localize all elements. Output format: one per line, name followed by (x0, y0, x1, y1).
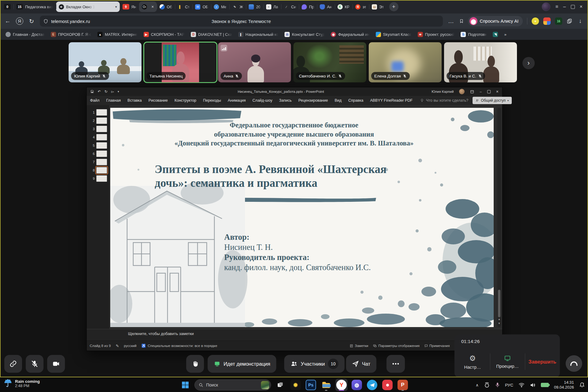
new-tab-button[interactable]: + (389, 2, 398, 11)
collections-icon[interactable] (567, 18, 572, 24)
chevron-down-icon[interactable]: ▾ (115, 5, 117, 9)
bookmark-item[interactable]: ≋Проект: русский (415, 30, 457, 39)
ribbon-tab[interactable]: Переходы (200, 98, 224, 103)
window-minimize-button[interactable]: – (480, 90, 481, 93)
window-restore-button[interactable] (571, 5, 575, 9)
qat-customize-icon[interactable]: ▾ (118, 90, 119, 93)
battery-icon[interactable] (541, 383, 549, 387)
alice-ai-button[interactable]: Спросить Алису AI (468, 16, 523, 26)
bookmark-item[interactable]: DDIAKOV.NET | Ска (188, 30, 235, 39)
ribbon-tab[interactable]: Главная (103, 98, 124, 103)
app-file-explorer[interactable] (320, 379, 332, 391)
app-telegram[interactable] (366, 379, 378, 391)
more-icon[interactable]: … (447, 18, 455, 24)
participant-tile-speaking[interactable]: Татьяна Нисинец (144, 42, 217, 82)
ribbon-tab[interactable]: Справка (345, 98, 367, 103)
taskbar-search[interactable]: Поиск (194, 379, 271, 390)
more-options-button[interactable] (386, 355, 405, 373)
settings-button[interactable]: ⚙ Настр… (456, 349, 489, 374)
app-photoshop[interactable]: Ps (305, 379, 317, 391)
participants-scroll-next-button[interactable]: › (522, 57, 535, 69)
refresh-icon[interactable]: ↻ (28, 18, 36, 25)
microphone-button-muted[interactable] (26, 355, 43, 373)
scrollbar-thumb[interactable] (498, 290, 500, 317)
participant-tile[interactable]: Елена Долгая (369, 42, 442, 82)
accessibility-status[interactable]: ♿Специальные возможности: все в порядке (141, 344, 217, 348)
start-slideshow-icon[interactable]: ▻ (111, 89, 114, 94)
volume-icon[interactable] (530, 383, 536, 388)
task-view-button[interactable] (274, 379, 286, 391)
chat-button[interactable]: Чат (346, 355, 376, 373)
raise-hand-button[interactable] (186, 355, 204, 373)
ribbon-display-options-icon[interactable] (470, 90, 474, 94)
slide-thumbnail-selected[interactable]: 8 (87, 167, 109, 174)
browser-tab[interactable]: Яэт (352, 2, 369, 12)
bookmark-item[interactable]: ◉Федеральный ин (328, 30, 372, 39)
camera-button[interactable] (47, 355, 65, 373)
browser-tab-active[interactable]: Вкладки Окно 1 ▾ (56, 2, 120, 12)
ribbon-tab[interactable]: Анимация (224, 98, 249, 103)
ribbon-tab[interactable]: Слайд-шоу (249, 98, 276, 103)
close-icon[interactable]: × (151, 4, 154, 9)
back-icon[interactable]: ← (4, 18, 12, 24)
undo-icon[interactable]: ↶ (98, 89, 101, 94)
ribbon-tab-file[interactable]: Файл (87, 98, 103, 103)
ribbon-tab[interactable]: ABBYY FineReader PDF (367, 98, 416, 103)
language-indicator[interactable]: русский (124, 344, 137, 348)
menu-icon[interactable]: ≡ (555, 4, 558, 9)
browser-tab[interactable]: ✉ОБ (192, 2, 211, 12)
browser-tab[interactable]: Об (157, 2, 175, 12)
project-button[interactable]: Проецир… (491, 349, 524, 374)
bookmark-item[interactable]: Главная - Достав (3, 30, 47, 39)
bookmarks-overflow-button[interactable]: » (502, 30, 509, 39)
ribbon-tab[interactable]: Рисование (145, 98, 171, 103)
slide-scrollbar[interactable] (497, 108, 501, 327)
share-button[interactable]: Общий доступ ▾ (473, 97, 512, 104)
browser-tab[interactable]: 9Ян (120, 2, 139, 12)
ribbon-tab[interactable]: Конструктор (171, 98, 200, 103)
slide-thumbnail[interactable]: 1 (87, 109, 109, 116)
window-restore-button[interactable] (487, 90, 491, 93)
ribbon-tab[interactable]: Вид (331, 98, 345, 103)
extension-icon[interactable] (543, 17, 551, 25)
slide-thumbnail[interactable]: 6 (87, 150, 109, 157)
copy-link-button[interactable] (4, 355, 22, 373)
bookmark-item[interactable]: ЕПРОХОРОВ Г. Я с (48, 30, 94, 39)
slide-thumbnail[interactable]: 3 (87, 125, 109, 133)
ribbon-tab[interactable]: Вставка (124, 98, 145, 103)
bookmark-item[interactable]: ▶СКОРПИОН - ТАР (141, 30, 187, 39)
browser-tab[interactable]: O›× (139, 2, 156, 12)
tray-mic-icon[interactable] (495, 382, 500, 388)
window-minimize-button[interactable]: – (563, 4, 566, 9)
browser-tab[interactable]: ▤Эт (369, 2, 386, 12)
slide-thumbnail[interactable]: 9 (87, 175, 109, 182)
slide-thumbnail[interactable]: 5 (87, 142, 109, 149)
ribbon-tab[interactable]: Рецензирование (295, 98, 331, 103)
participants-button[interactable]: Участники 10 (284, 355, 345, 373)
window-close-button[interactable]: × (580, 4, 582, 9)
bookmark-item[interactable]: ◥ (490, 30, 500, 39)
app-powerpoint[interactable]: P (397, 379, 409, 391)
wifi-icon[interactable] (518, 383, 525, 387)
slide-thumbnail[interactable]: 2 (87, 117, 109, 124)
tray-expand-icon[interactable]: ∧ (476, 383, 479, 387)
save-icon[interactable] (90, 90, 94, 93)
participant-tile[interactable]: Анна (218, 42, 291, 82)
yandex-home-icon[interactable]: Я (16, 17, 23, 25)
account-avatar[interactable] (459, 89, 465, 94)
tray-clock[interactable]: 14:31 09.04.2026 (554, 380, 574, 390)
address-bar[interactable]: telemost.yandex.ru Звонок в Яндекс Телем… (40, 16, 443, 27)
display-settings[interactable]: Параметры отображения (373, 344, 420, 348)
browser-tab[interactable]: ▌Ст (175, 2, 192, 12)
browser-tab[interactable]: ✎Ж (229, 2, 246, 12)
browser-tab[interactable]: 20 (246, 2, 263, 12)
extension-badge-icon[interactable]: 16 (555, 17, 562, 25)
window-close-button[interactable]: × (496, 89, 499, 94)
previous-slide-button[interactable]: ▲ (497, 317, 501, 321)
browser-tab-pinned[interactable]: 0 (1, 2, 13, 12)
spellcheck-icon[interactable]: ✎ (116, 344, 119, 348)
participant-tile[interactable]: Гасуха В. и С. (444, 42, 517, 82)
browser-tab[interactable]: ▪Ме (211, 2, 229, 12)
ribbon-tab[interactable]: Запись (276, 98, 295, 103)
app-red-eye[interactable] (381, 379, 394, 391)
